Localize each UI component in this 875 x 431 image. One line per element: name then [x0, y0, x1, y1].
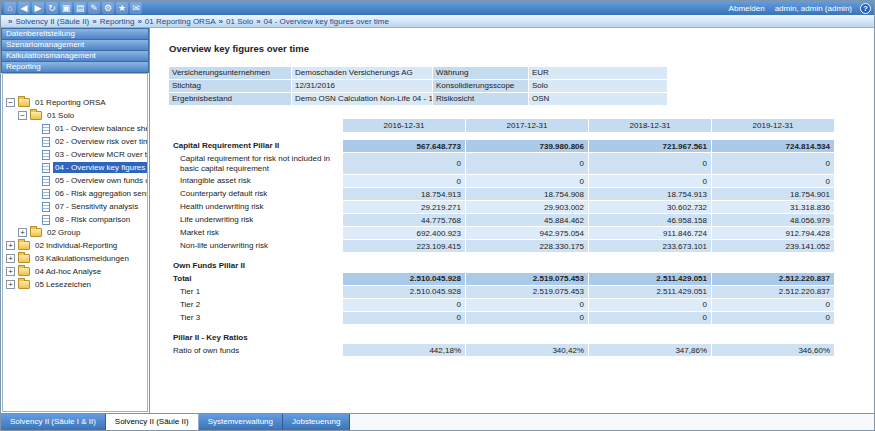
column-header: 2019-12-31 — [712, 119, 834, 132]
value-cell: 0 — [712, 299, 834, 311]
value-cell: 0 — [589, 175, 711, 187]
tab-jobsteuerung[interactable]: Jobsteuerung — [283, 414, 350, 430]
expand-icon[interactable]: + — [6, 254, 15, 263]
value-cell: 48.056.979 — [712, 214, 834, 226]
new-window-icon[interactable]: ▣ — [60, 2, 72, 14]
list-icon[interactable]: ▤ — [74, 2, 86, 14]
blank-cell — [589, 260, 711, 272]
document-icon — [42, 150, 50, 160]
app-window: ⌂◀▶↻▣▤✎⚙★✉ Abmelden admin, admin (admin)… — [0, 0, 875, 431]
info-label: Währung — [433, 67, 528, 79]
tree-item-label: 06 - Risk aggregation sensitiv... — [53, 188, 147, 199]
document-icon — [42, 202, 50, 212]
folder-icon — [18, 267, 30, 276]
breadcrumb-item[interactable]: Solvency II (Säule II) — [15, 17, 89, 26]
breadcrumb-item[interactable]: Reporting — [100, 17, 135, 26]
tree-item[interactable]: −01 Solo — [3, 109, 147, 122]
settings-icon[interactable]: ⚙ — [102, 2, 114, 14]
tree-item[interactable]: 01 - Overview balance sheet o... — [3, 122, 147, 135]
collapse-icon[interactable]: − — [6, 98, 15, 107]
document-icon — [42, 124, 50, 134]
mail-icon[interactable]: ✉ — [130, 2, 142, 14]
tree-item[interactable]: +05 Lesezeichen — [3, 278, 147, 291]
expand-icon[interactable]: + — [6, 241, 15, 250]
home-icon[interactable]: ⌂ — [4, 2, 16, 14]
tree-item[interactable]: 07 - Sensitivity analysis — [3, 200, 147, 213]
folder-icon — [18, 98, 30, 107]
row-label: Counterparty default risk — [170, 188, 342, 200]
expand-icon[interactable]: + — [6, 267, 15, 276]
value-cell: 223.109.415 — [343, 240, 465, 252]
value-cell: 2.511.429.051 — [589, 286, 711, 298]
edit-icon[interactable]: ✎ — [88, 2, 100, 14]
value-cell: 942.975.054 — [466, 227, 588, 239]
value-cell: 724.814.534 — [712, 140, 834, 152]
value-cell: 911.846.724 — [589, 227, 711, 239]
blank-cell — [589, 332, 711, 344]
breadcrumb-item[interactable]: 01 Solo — [226, 17, 253, 26]
tab-solvency-saeule-2[interactable]: Solvency II (Säule II) — [106, 414, 199, 430]
tree-item-label: 04 - Overview key figures ove... — [53, 162, 147, 173]
sidebar-section-reporting[interactable]: Reporting — [1, 61, 149, 73]
tree-item[interactable]: 06 - Risk aggregation sensitiv... — [3, 187, 147, 200]
info-value: OSN — [529, 93, 667, 105]
value-cell: 2.512.220.837 — [712, 273, 834, 285]
tree-item[interactable]: 03 - Overview MCR over time — [3, 148, 147, 161]
tree-item[interactable]: −01 Reporting ORSA — [3, 96, 147, 109]
tree-item-label: 02 Group — [45, 227, 82, 238]
tree-item[interactable]: 08 - Risk comparison — [3, 213, 147, 226]
user-label: admin, admin (admin) — [775, 4, 852, 13]
value-cell: 45.884.462 — [466, 214, 588, 226]
value-cell: 0 — [589, 299, 711, 311]
breadcrumb-item[interactable]: 04 - Overview key figures over time — [264, 17, 389, 26]
blank-cell — [343, 260, 465, 272]
blank-cell — [712, 260, 834, 272]
row-label: Health underwriting risk — [170, 201, 342, 213]
tree-item-label: 07 - Sensitivity analysis — [53, 201, 140, 212]
folder-icon — [30, 111, 42, 120]
tree-item[interactable]: +02 Individual-Reporting — [3, 239, 147, 252]
row-label: Pillar II - Key Ratios — [170, 332, 342, 344]
logout-link[interactable]: Abmelden — [729, 4, 765, 13]
help-icon[interactable]: ? — [860, 3, 871, 14]
forward-icon[interactable]: ▶ — [32, 2, 44, 14]
back-icon[interactable]: ◀ — [18, 2, 30, 14]
tree-item-label: 08 - Risk comparison — [53, 214, 132, 225]
value-cell: 239.141.052 — [712, 240, 834, 252]
tab-solvency-saeule-1-2[interactable]: Solvency II (Säule I & II) — [1, 414, 106, 430]
value-cell: 340,42% — [466, 344, 588, 356]
tab-systemverwaltung[interactable]: Systemverwaltung — [199, 414, 283, 430]
topbar-right: Abmelden admin, admin (admin) ? — [729, 3, 871, 14]
favorites-icon[interactable]: ★ — [116, 2, 128, 14]
refresh-icon[interactable]: ↻ — [46, 2, 58, 14]
tree-item[interactable]: +02 Group — [3, 226, 147, 239]
tree-item-label: 04 Ad-hoc Analyse — [33, 266, 103, 277]
tree-item-label: 02 - Overview risk over time — [53, 136, 147, 147]
info-value: Demoschaden Versicherungs AG — [292, 67, 432, 79]
breadcrumb-separator-icon: » — [256, 17, 260, 26]
tree-item-label: 02 Individual-Reporting — [33, 240, 119, 251]
tree-item-label: 05 Lesezeichen — [33, 279, 93, 290]
value-cell: 0 — [466, 153, 588, 174]
tree-item[interactable]: +03 Kalkulationsmeldungen — [3, 252, 147, 265]
collapse-icon[interactable]: − — [18, 111, 27, 120]
value-cell: 721.967.561 — [589, 140, 711, 152]
value-cell: 0 — [466, 312, 588, 324]
value-cell: 442,18% — [343, 344, 465, 356]
value-cell: 912.794.428 — [712, 227, 834, 239]
expand-icon[interactable]: + — [18, 228, 27, 237]
tree-item[interactable]: 04 - Overview key figures ove... — [3, 161, 147, 174]
tree-item[interactable]: +04 Ad-hoc Analyse — [3, 265, 147, 278]
row-label: Intangible asset risk — [170, 175, 342, 187]
tree-item[interactable]: 02 - Overview risk over time — [3, 135, 147, 148]
breadcrumb-item[interactable]: 01 Reporting ORSA — [145, 17, 216, 26]
row-label: Ratio of own funds — [170, 344, 342, 356]
tree-item-label: 03 Kalkulationsmeldungen — [33, 253, 131, 264]
breadcrumb-separator-icon: » — [92, 17, 96, 26]
row-label: Non-life underwriting risk — [170, 240, 342, 252]
expand-icon[interactable]: + — [6, 280, 15, 289]
tree-item[interactable]: 05 - Overview own funds ove... — [3, 174, 147, 187]
info-label: Risikosicht — [433, 93, 528, 105]
value-cell: 0 — [712, 153, 834, 174]
value-cell: 0 — [466, 175, 588, 187]
